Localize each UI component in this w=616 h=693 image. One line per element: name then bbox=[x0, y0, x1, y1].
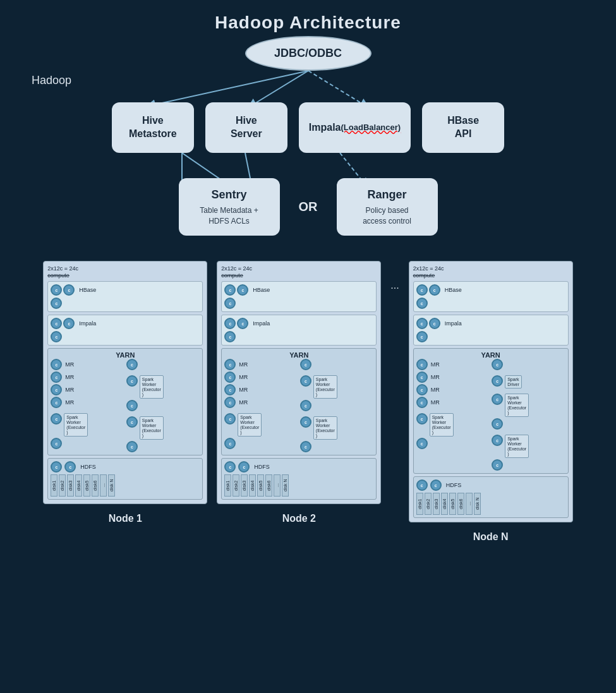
circ: c bbox=[492, 375, 503, 387]
circ: c bbox=[224, 413, 236, 425]
circ: c bbox=[51, 331, 62, 342]
mr-label: MR bbox=[65, 374, 74, 380]
circ: c bbox=[51, 438, 62, 449]
spark-driver-box: SparkDriver bbox=[505, 375, 522, 389]
disk2-label: disk2 bbox=[425, 493, 432, 515]
circ: c bbox=[416, 298, 428, 309]
circ: c bbox=[51, 461, 62, 473]
spark-worker-box: SparkWorker(Executor) bbox=[64, 413, 88, 437]
node2-outer: 2x12c = 24ccompute c c HBase c bbox=[217, 261, 381, 525]
circ: c bbox=[416, 284, 428, 296]
circ: c bbox=[126, 441, 138, 452]
nodeN-outer: 2x12c = 24ccompute c c HBase c bbox=[409, 261, 573, 543]
circ: c bbox=[126, 359, 138, 370]
circ: c bbox=[51, 298, 62, 309]
nodes-section: 2x12c = 24c compute c c HBase bbox=[13, 261, 603, 543]
circ: c bbox=[492, 459, 503, 471]
node2-hdfs-section: c c HDFS disk1 disk2 disk3 disk4 disk5 d… bbox=[221, 458, 377, 500]
circ: c bbox=[429, 318, 440, 329]
circ: c bbox=[224, 384, 236, 395]
circ: c bbox=[224, 461, 236, 473]
yarn-right-col: c c SparkDriver bbox=[492, 359, 565, 471]
node1-outer: 2x12c = 24c compute c c HBase bbox=[43, 261, 207, 525]
top-area: JDBC/ODBC Hiv bbox=[13, 36, 603, 248]
disk-dots-label: ... bbox=[100, 474, 107, 497]
circ: c bbox=[300, 400, 311, 411]
yarn-label: YARN bbox=[416, 351, 565, 359]
mr-label: MR bbox=[65, 399, 74, 406]
nodeN-hdfs-section: c c HDFS disk1 disk2 disk3 disk4 disk5 d… bbox=[413, 476, 569, 518]
disk2-label: disk2 bbox=[59, 474, 66, 497]
impala-label: Impala bbox=[253, 320, 270, 327]
ranger-subtitle: Policy basedaccess control bbox=[363, 205, 411, 227]
node1-label: Node 1 bbox=[109, 513, 142, 524]
svg-line-0 bbox=[150, 71, 308, 105]
yarn-left-col: cMR cMR cMR cMR c SparkWorker(Executor) bbox=[416, 359, 490, 471]
node2-hbase-section: c c HBase c bbox=[221, 281, 377, 312]
node1-hdfs-section: c c HDFS disk1 disk2 disk3 disk4 disk5 d… bbox=[47, 458, 203, 500]
circ: c bbox=[416, 371, 428, 383]
yarn-left-col: cMR cMR cMR cMR c SparkWorker(Executor) bbox=[51, 359, 124, 452]
impala-label: Impala bbox=[445, 320, 462, 327]
spark-worker-box: SparkWorker(Executor) bbox=[430, 413, 454, 437]
node1-hbase-section: c c HBase c bbox=[47, 281, 203, 312]
hbase-api-box: HBaseAPI bbox=[422, 102, 504, 153]
hdfs-label: HDFS bbox=[80, 464, 96, 470]
disk3-label: disk3 bbox=[241, 474, 248, 497]
circ: c bbox=[416, 438, 428, 449]
svg-line-1 bbox=[251, 71, 308, 105]
spark-worker-box: SparkWorker(Executor) bbox=[313, 416, 337, 440]
node2-impala-section: c c Impala c bbox=[221, 315, 377, 346]
hbase-label: HBase bbox=[79, 287, 96, 293]
circ: c bbox=[429, 284, 440, 296]
disk3-label: disk3 bbox=[433, 493, 440, 515]
disk1-label: disk1 bbox=[224, 474, 231, 497]
circ: c bbox=[416, 479, 428, 491]
circ: c bbox=[492, 394, 503, 405]
hdfs-label: HDFS bbox=[254, 464, 270, 470]
services-row: HiveMetastore HiveServer Impala(LoadBala… bbox=[112, 102, 504, 153]
yarn-right-col: c c SparkWorker(Executor) bbox=[126, 359, 200, 452]
circ: c bbox=[416, 359, 428, 370]
circ: c bbox=[238, 461, 250, 473]
nodeN-yarn-section: YARN cMR cMR cMR cMR c bbox=[413, 348, 569, 474]
sentry-title: Sentry bbox=[211, 187, 246, 203]
hive-metastore-box: HiveMetastore bbox=[112, 102, 194, 153]
disk3-label: disk3 bbox=[67, 474, 74, 497]
node1-box: 2x12c = 24c compute c c HBase bbox=[43, 261, 207, 505]
circ: c bbox=[51, 384, 62, 395]
circ: c bbox=[237, 284, 248, 296]
disk6-label: disk6 bbox=[92, 474, 99, 497]
nodeN-impala-section: c c Impala c bbox=[413, 315, 569, 346]
node2-box: 2x12c = 24ccompute c c HBase c bbox=[217, 261, 381, 505]
sentry-subtitle: Table Metadata +HDFS ACLs bbox=[200, 205, 258, 227]
nodeN-box: 2x12c = 24ccompute c c HBase c bbox=[409, 261, 573, 523]
yarn-label: YARN bbox=[224, 351, 373, 359]
disk4-label: disk4 bbox=[249, 474, 256, 497]
hive-server-box: HiveServer bbox=[205, 102, 287, 153]
sentry-box: Sentry Table Metadata +HDFS ACLs bbox=[179, 178, 280, 236]
disk6-label: disk6 bbox=[265, 474, 272, 497]
circ: c bbox=[416, 384, 428, 395]
hdfs-disks: disk1 disk2 disk3 disk4 disk5 disk6 ... … bbox=[224, 474, 373, 497]
circ: c bbox=[224, 397, 236, 408]
nodeN-label: Node N bbox=[473, 531, 509, 543]
or-label: OR bbox=[299, 200, 318, 214]
yarn-label: YARN bbox=[51, 351, 200, 359]
mr-label: MR bbox=[65, 387, 74, 393]
diskN-label: disk N bbox=[474, 493, 481, 515]
mr-label: MR bbox=[65, 361, 74, 368]
circ: c bbox=[126, 400, 138, 411]
circ: c bbox=[126, 416, 138, 428]
spark-worker-box: SparkWorker(Executor) bbox=[238, 413, 262, 437]
circ: c bbox=[300, 375, 311, 387]
hdfs-disks: disk1 disk2 disk3 disk4 disk5 disk6 ... … bbox=[416, 493, 565, 515]
spark-worker-box: SparkWorker(Executor) bbox=[505, 394, 529, 417]
circ: c bbox=[416, 318, 428, 329]
node1-impala-section: c c Impala c bbox=[47, 315, 203, 346]
circ: c bbox=[237, 318, 248, 329]
node1-yarn-section: YARN cMR cMR cMR cMR c bbox=[47, 348, 203, 455]
middle-row: Sentry Table Metadata +HDFS ACLs OR Rang… bbox=[179, 178, 438, 236]
disk1-label: disk1 bbox=[416, 493, 423, 515]
impala-box: Impala(LoadBalancer) bbox=[299, 102, 411, 153]
